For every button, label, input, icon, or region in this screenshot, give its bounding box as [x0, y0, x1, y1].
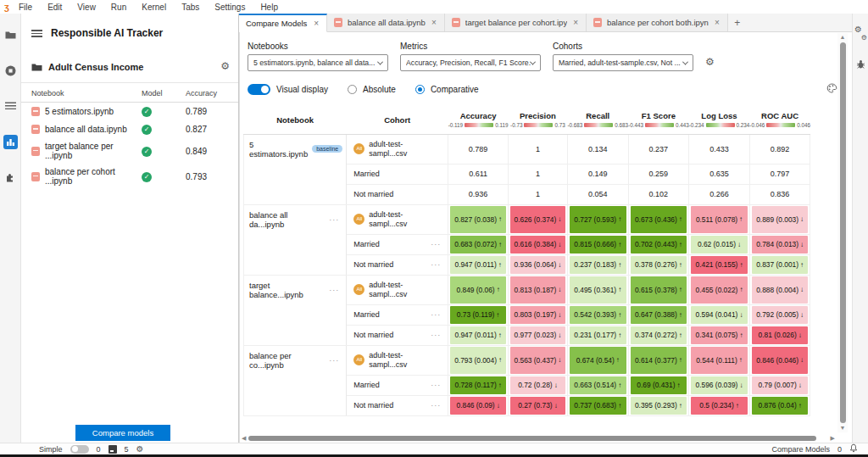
cohorts-dropdown[interactable]: Married, adult-test-sample.csv, Not ... [553, 54, 693, 71]
cohort-cell-content: Alladult-test-sampl...csv [347, 351, 448, 370]
cohort-name: Not married [353, 190, 393, 199]
tab-close-icon[interactable]: × [714, 18, 721, 27]
all-cohort-badge: All [353, 284, 364, 295]
terminal-icon[interactable] [108, 445, 117, 454]
model-check-icon: ✓ [142, 107, 152, 117]
row-menu-button[interactable]: ··· [329, 286, 342, 294]
table-of-contents-icon[interactable] [0, 97, 21, 115]
tab-compare-models[interactable]: Compare Models× [239, 14, 327, 32]
notebook-row[interactable]: balance per cohort ...ipynb✓0.793 [21, 164, 238, 189]
menu-settings[interactable]: Settings [214, 3, 245, 12]
metric-cell-value: 0.73 (0.119)↑ [450, 306, 506, 324]
metric-value: 0.542 (0.393) [574, 310, 616, 319]
metric-cell: 1 [508, 184, 567, 204]
cohort-name: Married [353, 240, 380, 249]
scale-max: 0.73 [554, 122, 565, 128]
debugger-bug-icon[interactable] [856, 58, 865, 73]
absolute-radio[interactable] [348, 85, 357, 94]
metrics-dropdown[interactable]: Accuracy, Precision, Recall, F1 Score... [400, 54, 541, 71]
row-menu-button[interactable]: ··· [431, 310, 444, 319]
cohort-settings-gear-icon[interactable]: ⚙ [705, 53, 715, 70]
running-kernels-icon[interactable] [0, 61, 21, 80]
vertical-scrollbar[interactable]: ▲ ▼ [837, 33, 848, 432]
cohort-cell: Alladult-test-sampl...csv [347, 204, 448, 234]
down-arrow-icon: ↓ [558, 215, 561, 223]
scale-gradient-bar [524, 123, 553, 127]
tab-close-icon[interactable]: × [313, 19, 320, 28]
compare-models-button[interactable]: Compare models [75, 425, 170, 441]
simple-mode-toggle[interactable] [70, 445, 89, 454]
scroll-left-icon[interactable]: ◀ [242, 435, 246, 442]
vertical-scroll-thumb[interactable] [840, 42, 846, 423]
metric-cell-value: 0.563 (0.437)↓ [510, 347, 565, 374]
metric-cell: 0.727 (0.593)↑ [567, 204, 628, 234]
notebooks-dropdown[interactable]: 5 estimators.ipynb, balance all data... [248, 54, 388, 71]
notebook-name: 5 estimators.ipynb [31, 107, 142, 116]
tab-balance-all-data-ipynb[interactable]: balance all data.ipynb× [327, 14, 445, 31]
header-cohort: Cohort [347, 106, 448, 134]
extensions-icon[interactable] [0, 168, 21, 187]
metric-cell: 0.73 (0.119)↑ [448, 304, 509, 325]
new-tab-button[interactable]: + [728, 14, 747, 31]
metric-title: Log Loss [689, 111, 750, 120]
row-menu-button[interactable]: ··· [431, 331, 444, 339]
menu-view[interactable]: View [77, 3, 96, 12]
metric-cell-value: 0.542 (0.393)↑ [570, 306, 626, 324]
row-menu-button[interactable]: ··· [329, 356, 342, 365]
row-menu-button[interactable]: ··· [431, 381, 444, 389]
cohort-cell-content: Alladult-test-sampl...csv [347, 281, 448, 299]
property-inspector-icon[interactable]: ⚙⚙ [854, 27, 866, 39]
menu-kernel[interactable]: Kernel [142, 3, 166, 12]
metric-cell: 0.792 (0.005)↓ [749, 304, 810, 325]
menu-edit[interactable]: Edit [47, 3, 62, 12]
metric-scale: -0.2340.234 [689, 122, 750, 128]
visual-display-toggle[interactable] [248, 84, 270, 95]
scroll-up-icon[interactable]: ▲ [840, 33, 846, 42]
scale-min: -0.443 [628, 122, 643, 128]
panel-menu-icon[interactable] [31, 30, 42, 37]
row-menu-button[interactable]: ··· [329, 215, 342, 224]
metric-value: 0.663 (0.514) [574, 381, 616, 389]
metric-cell-value: 0.614 (0.377)↑ [631, 347, 687, 374]
metric-value: 0.544 (0.111) [696, 356, 737, 365]
row-menu-button[interactable]: ··· [431, 240, 444, 248]
cohort-name: Not married [353, 401, 393, 410]
metric-cell: 0.79 (0.007)↓ [749, 375, 810, 395]
tab-close-icon[interactable]: × [431, 18, 437, 27]
tab-balance-per-cohort-both-ipyn[interactable]: balance per cohort both.ipyn× [587, 14, 728, 31]
notebook-row[interactable]: balance all data.ipynb✓0.827 [21, 120, 238, 138]
comparative-radio[interactable] [415, 85, 425, 94]
kernel-status-icon[interactable]: ⚙ [136, 445, 144, 454]
row-menu-button[interactable]: ··· [431, 401, 444, 410]
menu-help[interactable]: Help [260, 3, 278, 12]
column-model: Model [142, 89, 186, 98]
simple-mode-label: Simple [39, 445, 63, 454]
notebook-row[interactable]: 5 estimators.ipynb✓0.789 [21, 103, 238, 120]
bell-icon[interactable] [849, 443, 858, 454]
menu-file[interactable]: File [19, 3, 32, 12]
tab-close-icon[interactable]: × [572, 18, 579, 27]
file-browser-icon[interactable] [0, 25, 21, 44]
notebook-cell: balance all da...ipynb··· [244, 204, 347, 275]
metric-cell: 0.421 (0.155)↑ [689, 254, 750, 275]
notifications-count: 0 [837, 445, 842, 454]
metric-cell: 1 [508, 164, 567, 184]
menu-tabs[interactable]: Tabs [181, 3, 199, 12]
scroll-down-icon[interactable]: ▼ [840, 424, 846, 432]
notebook-row[interactable]: target balance per ...ipynb✓0.849 [21, 138, 238, 164]
tab-target-balance-per-cohort-ipy[interactable]: target balance per cohort.ipy× [445, 14, 587, 31]
horizontal-scroll-thumb[interactable] [248, 436, 815, 441]
metric-cell-value: 0.231 (0.177)↑ [570, 326, 626, 344]
metric-value: 0.27 (0.73) [518, 401, 553, 410]
scroll-right-icon[interactable]: ▶ [831, 435, 835, 442]
metric-cell: 0.635 [689, 164, 750, 184]
menu-run[interactable]: Run [111, 3, 126, 12]
notebook-name-text: target balance per ...ipynb [45, 142, 142, 160]
row-menu-button[interactable]: ··· [431, 260, 444, 269]
color-palette-icon[interactable] [826, 83, 837, 95]
rai-tracker-icon[interactable] [0, 132, 21, 151]
metric-cell: 0.27 (0.73)↓ [508, 395, 567, 415]
project-settings-gear-icon[interactable]: ⚙ [220, 58, 230, 75]
display-options: Visual display Absolute Comparative [240, 71, 852, 95]
all-cohort-badge: All [353, 214, 364, 225]
